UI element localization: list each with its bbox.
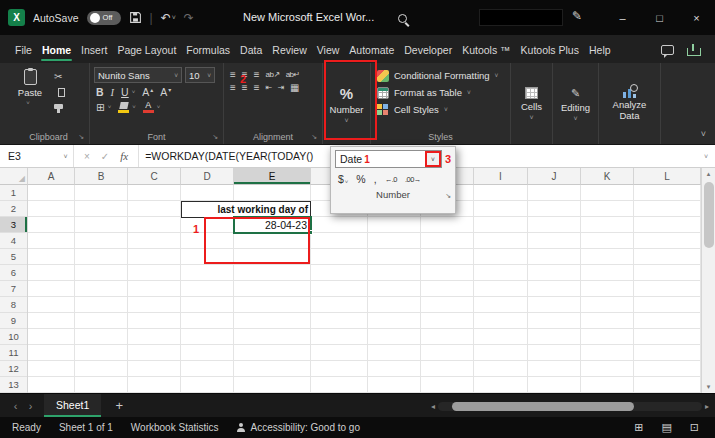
copy-button[interactable] [54, 86, 65, 98]
number-format-dropdown-button[interactable]: % Number ˅ [327, 67, 366, 143]
row-header-10[interactable]: 10 [0, 329, 27, 345]
menu-tab-home[interactable]: Home [37, 38, 76, 63]
font-size-combo[interactable]: 10˅ [185, 67, 215, 83]
percent-style-button[interactable]: % [356, 173, 365, 185]
menu-tab-insert[interactable]: Insert [76, 38, 112, 63]
sheet-tab-sheet1[interactable]: Sheet1 [44, 394, 101, 417]
row-header-13[interactable]: 13 [0, 377, 27, 393]
styles-item-1[interactable]: Format as Table˅ [375, 84, 506, 101]
horizontal-scrollbar[interactable]: ◂ ▸ [431, 401, 709, 411]
menu-tab-kutools-[interactable]: Kutools ™ [457, 38, 515, 63]
dialog-launcher-icon[interactable]: ↘ [311, 133, 317, 141]
bold-button[interactable]: B [96, 86, 104, 98]
expand-formula-bar-icon[interactable]: ˅ [697, 145, 715, 167]
increase-font-button[interactable]: A▴ [142, 86, 153, 98]
decrease-decimal-button[interactable]: .00→ [405, 175, 421, 184]
column-header-E[interactable]: E [234, 168, 311, 185]
menu-tab-data[interactable]: Data [235, 38, 267, 63]
align-middle-button[interactable]: ≡ [242, 69, 248, 80]
row-header-9[interactable]: 9 [0, 313, 27, 329]
row-header-12[interactable]: 12 [0, 361, 27, 377]
horizontal-scroll-thumb[interactable] [452, 402, 634, 411]
menu-tab-kutools-plus[interactable]: Kutools Plus [516, 38, 584, 63]
cut-button[interactable]: ✂ [54, 70, 65, 82]
font-color-button[interactable]: A [143, 101, 154, 113]
page-layout-view-button[interactable]: ▤ [661, 421, 671, 434]
maximize-button[interactable]: □ [641, 0, 678, 35]
align-left-button[interactable]: ≡ [230, 82, 236, 93]
analyze-data-button[interactable]: Analyze Data [603, 67, 656, 143]
wrap-text-button[interactable]: ab↵ [286, 70, 300, 79]
selected-cell-E3[interactable]: 28-04-23 [233, 216, 312, 234]
accounting-format-button[interactable]: $˅ [338, 173, 348, 185]
column-header-L[interactable]: L [634, 168, 701, 185]
borders-button[interactable]: ⊞ [96, 101, 105, 113]
page-break-view-button[interactable]: ⊡ [690, 421, 699, 434]
styles-item-2[interactable]: Cell Styles˅ [375, 101, 506, 118]
menu-tab-help[interactable]: Help [584, 38, 616, 63]
menu-tab-review[interactable]: Review [267, 38, 311, 63]
dialog-launcher-icon[interactable]: ↘ [445, 192, 451, 200]
accessibility-status[interactable]: Accessibility: Good to go [236, 422, 360, 433]
font-name-combo[interactable]: Nunito Sans˅ [94, 67, 182, 83]
scroll-left-icon[interactable]: ◂ [431, 402, 435, 411]
menu-tab-view[interactable]: View [312, 38, 345, 63]
decrease-font-button[interactable]: A▾ [160, 86, 171, 98]
workbook-statistics[interactable]: Workbook Statistics [131, 422, 219, 433]
vertical-scrollbar[interactable]: ▴ ▾ [701, 168, 715, 393]
normal-view-button[interactable]: ⊞ [634, 421, 643, 434]
save-button[interactable] [129, 11, 142, 24]
undo-button[interactable]: ↶˅ [161, 11, 176, 25]
scroll-up-icon[interactable]: ▴ [707, 168, 711, 180]
underline-button[interactable]: U [121, 86, 129, 98]
cancel-icon[interactable]: × [84, 151, 90, 162]
number-format-combo[interactable]: Date 1 ˅ [335, 150, 442, 168]
minimize-button[interactable]: – [604, 0, 641, 35]
menu-tab-file[interactable]: File [10, 38, 37, 63]
status-sheet-count[interactable]: Sheet 1 of 1 [59, 422, 113, 433]
cells-button[interactable]: Cells ˅ [515, 67, 548, 143]
enter-icon[interactable]: ✓ [101, 151, 109, 162]
column-header-K[interactable]: K [581, 168, 634, 185]
dialog-launcher-icon[interactable]: ↘ [78, 133, 84, 141]
new-sheet-button[interactable]: + [111, 398, 127, 413]
row-header-8[interactable]: 8 [0, 297, 27, 313]
collapse-ribbon-icon[interactable]: ˅ [701, 129, 706, 139]
dialog-launcher-icon[interactable]: ↘ [212, 133, 218, 141]
scroll-down-icon[interactable]: ▾ [707, 381, 711, 393]
scroll-right-icon[interactable]: ▸ [705, 402, 709, 411]
menu-tab-developer[interactable]: Developer [399, 38, 457, 63]
comma-style-button[interactable]: , [374, 173, 377, 185]
fill-color-button[interactable] [118, 102, 129, 113]
row-header-2[interactable]: 2 [0, 201, 27, 217]
row-header-5[interactable]: 5 [0, 249, 27, 265]
comments-icon[interactable] [661, 45, 674, 55]
align-center-button[interactable]: ≡ [242, 82, 248, 93]
paste-button[interactable]: Paste ˅ [12, 67, 48, 130]
orientation-button[interactable]: ab↗ [266, 70, 280, 79]
column-header-A[interactable]: A [28, 168, 75, 185]
prev-sheet-button[interactable]: ‹ [8, 400, 23, 412]
name-box[interactable]: E3 [0, 145, 58, 167]
menu-tab-automate[interactable]: Automate [344, 38, 399, 63]
redo-button[interactable]: ↷ [184, 11, 194, 25]
row-header-11[interactable]: 11 [0, 345, 27, 361]
row-header-6[interactable]: 6 [0, 265, 27, 281]
merge-center-button[interactable]: ▦ [290, 82, 299, 93]
vertical-scroll-thumb[interactable] [704, 182, 714, 248]
column-header-B[interactable]: B [75, 168, 128, 185]
row-header-1[interactable]: 1 [0, 185, 27, 201]
italic-button[interactable]: I [111, 87, 115, 98]
column-header-J[interactable]: J [528, 168, 581, 185]
row-header-3[interactable]: 3 [0, 217, 27, 233]
styles-item-0[interactable]: Conditional Formatting˅ [375, 67, 506, 84]
increase-indent-button[interactable]: ⇥ [278, 83, 284, 92]
close-button[interactable]: × [678, 0, 715, 35]
column-header-C[interactable]: C [128, 168, 181, 185]
column-header-D[interactable]: D [181, 168, 234, 185]
align-right-button[interactable]: ≡ [254, 82, 260, 93]
row-header-4[interactable]: 4 [0, 233, 27, 249]
number-format-dropdown-icon[interactable]: ˅ [425, 151, 441, 167]
column-header-I[interactable]: I [474, 168, 528, 185]
next-sheet-button[interactable]: › [23, 400, 38, 412]
